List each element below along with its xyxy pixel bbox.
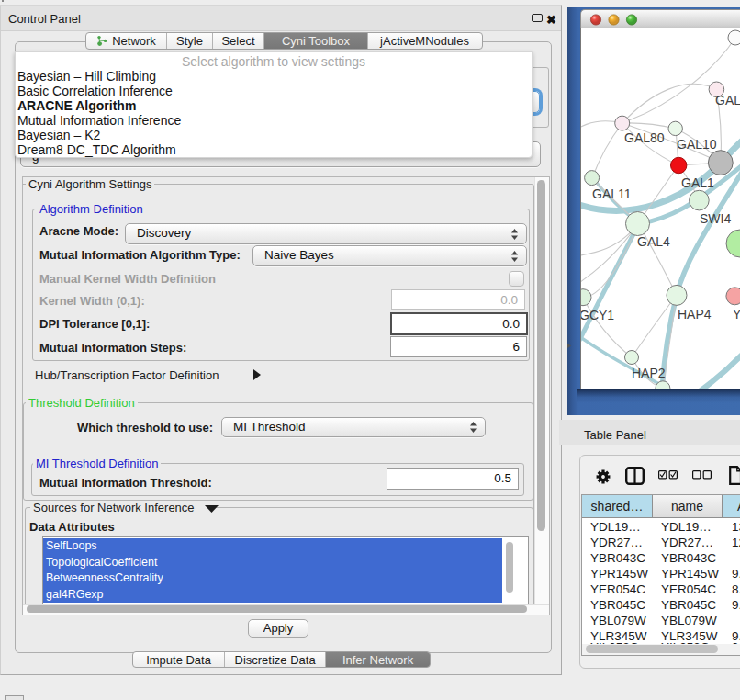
svg-text:GAL4: GAL4	[637, 234, 670, 249]
svg-text:HAP2: HAP2	[632, 366, 666, 380]
svg-text:GAL1: GAL1	[681, 175, 714, 190]
svg-text:GCY1: GCY1	[581, 308, 614, 322]
svg-text:Y: Y	[733, 307, 740, 322]
svg-text:GAL11: GAL11	[592, 186, 632, 201]
svg-text:GAL80: GAL80	[624, 130, 665, 145]
svg-text:GAL10: GAL10	[677, 137, 717, 152]
svg-text:SWI4: SWI4	[700, 211, 731, 226]
svg-text:HAP4: HAP4	[678, 307, 712, 322]
svg-text:GAL7: GAL7	[715, 93, 740, 107]
